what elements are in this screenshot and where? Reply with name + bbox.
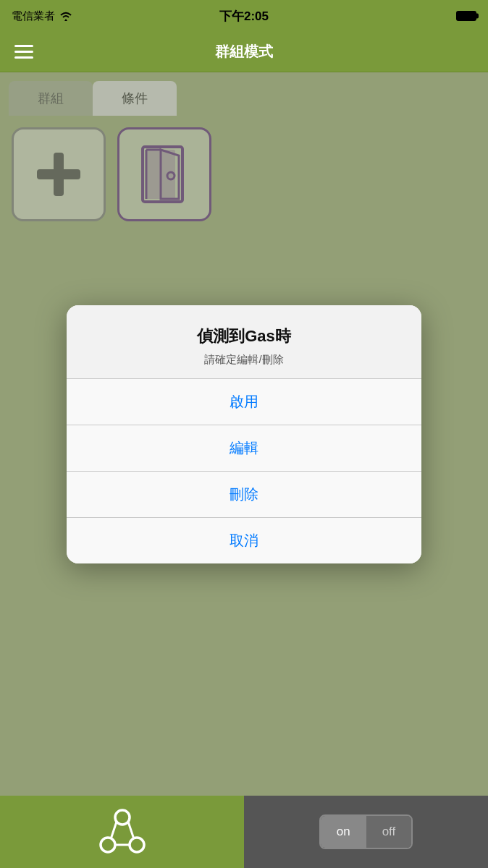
status-time: 下午2:05 [219, 8, 269, 25]
svg-line-9 [128, 822, 134, 839]
bottom-bar: on off [0, 796, 488, 868]
toggle-on-button[interactable]: on [321, 816, 366, 848]
on-off-toggle[interactable]: on off [319, 814, 413, 849]
carrier-label: 電信業者 [12, 9, 55, 23]
wifi-icon [59, 11, 72, 21]
hamburger-line-3 [14, 56, 33, 59]
dialog-subtitle: 請確定編輯/刪除 [84, 353, 404, 367]
hamburger-line-2 [14, 51, 33, 53]
toggle-off-button[interactable]: off [366, 816, 412, 848]
svg-point-7 [130, 838, 144, 852]
modal-overlay: 偵測到Gas時 請確定編輯/刪除 啟用 編輯 刪除 取消 [0, 72, 488, 796]
main-content: 群組 條件 [0, 72, 488, 796]
enable-button[interactable]: 啟用 [67, 379, 421, 425]
dialog: 偵測到Gas時 請確定編輯/刪除 啟用 編輯 刪除 取消 [67, 305, 421, 563]
share-group-icon [98, 807, 147, 856]
dialog-header: 偵測到Gas時 請確定編輯/刪除 [67, 305, 421, 378]
carrier-wifi: 電信業者 [12, 9, 72, 23]
edit-button[interactable]: 編輯 [67, 425, 421, 471]
svg-point-6 [101, 838, 115, 852]
page-title: 群組模式 [215, 42, 273, 61]
nav-bar: 群組模式 [0, 32, 488, 72]
status-bar: 電信業者 下午2:05 [0, 0, 488, 32]
dialog-title: 偵測到Gas時 [84, 326, 404, 347]
battery-area [456, 11, 476, 21]
hamburger-menu-button[interactable] [14, 45, 33, 59]
cancel-button[interactable]: 取消 [67, 518, 421, 563]
hamburger-line-1 [14, 45, 33, 47]
bottom-left-section [0, 796, 244, 868]
bottom-right-section: on off [244, 796, 488, 868]
svg-line-8 [111, 822, 117, 839]
delete-button[interactable]: 刪除 [67, 472, 421, 517]
battery-icon [456, 11, 476, 21]
